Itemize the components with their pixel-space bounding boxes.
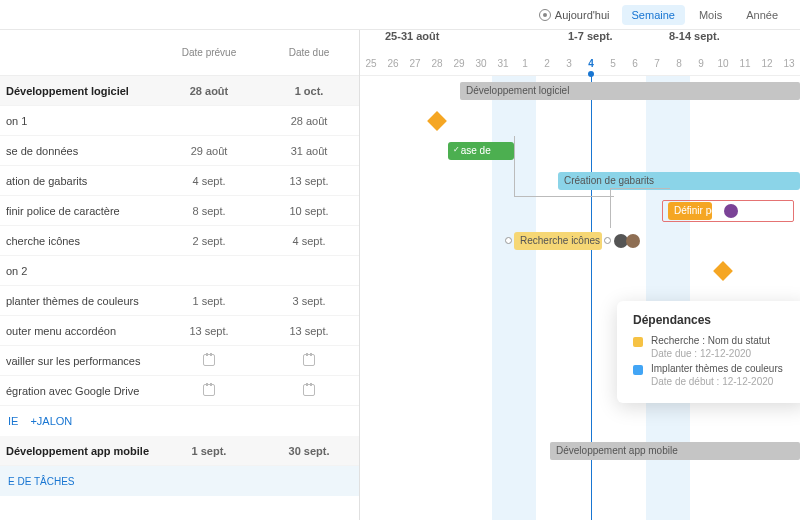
timeline-day-label: 6 [624, 52, 646, 76]
task-name: planter thèmes de couleurs [0, 295, 159, 307]
timeline-day-label: 11 [734, 52, 756, 76]
task-name: égration avec Google Drive [0, 385, 159, 397]
task-list-panel: Date prévue Date due Développement logic… [0, 30, 360, 520]
timeline-day-label: 9 [690, 52, 712, 76]
dependencies-tooltip: DépendancesRecherche : Nom du statutDate… [617, 301, 800, 403]
task-name: Développement app mobile [0, 445, 159, 457]
task-date-due: 1 oct. [259, 85, 359, 97]
task-date-prev [159, 384, 259, 398]
task-date-prev: 1 sept. [159, 445, 259, 457]
task-name: on 2 [0, 265, 159, 277]
timeline-panel: 25-31 août1-7 sept.8-14 sept. 2526272829… [360, 30, 800, 520]
task-date-due: 28 août [259, 115, 359, 127]
range-week-button[interactable]: Semaine [622, 5, 685, 25]
task-date-prev: 28 août [159, 85, 259, 97]
calendar-icon[interactable] [203, 354, 215, 366]
calendar-icon[interactable] [303, 384, 315, 396]
content: Date prévue Date due Développement logic… [0, 30, 800, 520]
group-bar[interactable]: Développement app mobile [550, 442, 800, 460]
timeline-day-label: 3 [558, 52, 580, 76]
task-name: on 1 [0, 115, 159, 127]
tooltip-item-name: Implanter thèmes de couleurs [651, 363, 791, 374]
today-button[interactable]: Aujourd'hui [539, 9, 610, 21]
tooltip-color-swatch [633, 365, 643, 375]
task-date-prev: 1 sept. [159, 295, 259, 307]
timeline-day-label: 26 [382, 52, 404, 76]
avatar[interactable] [724, 204, 738, 218]
task-list-header: Date prévue Date due [0, 30, 359, 76]
today-label: Aujourd'hui [555, 9, 610, 21]
task-date-prev: 8 sept. [159, 205, 259, 217]
add-task-link[interactable]: IE [8, 415, 18, 427]
timeline-day-label: 28 [426, 52, 448, 76]
add-row: IE+JALON [0, 406, 359, 436]
timeline-header: 25-31 août1-7 sept.8-14 sept. 2526272829… [360, 30, 800, 76]
task-row[interactable]: égration avec Google Drive [0, 376, 359, 406]
timeline-day-label: 30 [470, 52, 492, 76]
col-due-header: Date due [259, 47, 359, 58]
task-row[interactable]: finir police de caractère8 sept.10 sept. [0, 196, 359, 226]
task-bar[interactable]: Création de gabarits [558, 172, 800, 190]
tooltip-item-sub: Date de début : 12-12-2020 [651, 376, 791, 387]
task-date-due: 31 août [259, 145, 359, 157]
task-date-due: 30 sept. [259, 445, 359, 457]
calendar-icon[interactable] [203, 384, 215, 396]
timeline-week-label: 8-14 sept. [669, 30, 720, 42]
group-row[interactable]: Développement app mobile1 sept.30 sept. [0, 436, 359, 466]
timeline-day-label: 25 [360, 52, 382, 76]
group-bar[interactable]: Développement logiciel [460, 82, 800, 100]
task-date-prev: 2 sept. [159, 235, 259, 247]
calendar-icon[interactable] [303, 354, 315, 366]
timeline-day-label: 12 [756, 52, 778, 76]
add-milestone-link[interactable]: +JALON [30, 415, 72, 427]
timeline-day-label: 2 [536, 52, 558, 76]
task-bar[interactable]: Recherche icônes [514, 232, 602, 250]
timeline-body[interactable]: Développement logicielBase de✓Création d… [360, 76, 800, 520]
task-name: Développement logiciel [0, 85, 159, 97]
task-name: finir police de caractère [0, 205, 159, 217]
task-date-due: 4 sept. [259, 235, 359, 247]
task-row[interactable]: vailler sur les performances [0, 346, 359, 376]
col-prev-header: Date prévue [159, 47, 259, 58]
task-row[interactable]: se de données29 août31 août [0, 136, 359, 166]
task-name: vailler sur les performances [0, 355, 159, 367]
timeline-day-label: 13 [778, 52, 800, 76]
topbar: Aujourd'hui Semaine Mois Année [0, 0, 800, 30]
avatar[interactable] [626, 234, 640, 248]
task-date-due: 13 sept. [259, 325, 359, 337]
task-date-due [259, 354, 359, 368]
timeline-day-label: 1 [514, 52, 536, 76]
timeline-day-label: 5 [602, 52, 624, 76]
task-row[interactable]: cherche icônes2 sept.4 sept. [0, 226, 359, 256]
tooltip-color-swatch [633, 337, 643, 347]
task-row[interactable]: outer menu accordéon13 sept.13 sept. [0, 316, 359, 346]
milestone-diamond[interactable] [713, 261, 733, 281]
task-row[interactable]: ation de gabarits4 sept.13 sept. [0, 166, 359, 196]
task-row[interactable]: on 128 août [0, 106, 359, 136]
tooltip-item-sub: Date due : 12-12-2020 [651, 348, 791, 359]
drag-handle[interactable] [505, 237, 512, 244]
task-date-due [259, 384, 359, 398]
timeline-day-label: 27 [404, 52, 426, 76]
range-year-button[interactable]: Année [736, 5, 788, 25]
timeline-day-label: 10 [712, 52, 734, 76]
timeline-week-label: 25-31 août [385, 30, 439, 42]
task-row[interactable]: on 2 [0, 256, 359, 286]
task-date-prev: 4 sept. [159, 175, 259, 187]
task-date-due: 10 sept. [259, 205, 359, 217]
range-month-button[interactable]: Mois [689, 5, 732, 25]
task-group-footer[interactable]: E DE TÂCHES [0, 466, 359, 496]
timeline-day-label: 29 [448, 52, 470, 76]
task-date-due: 3 sept. [259, 295, 359, 307]
check-icon: ✓ [451, 145, 461, 155]
task-name: ation de gabarits [0, 175, 159, 187]
drag-handle[interactable] [604, 237, 611, 244]
task-date-prev: 13 sept. [159, 325, 259, 337]
group-row[interactable]: Développement logiciel28 août1 oct. [0, 76, 359, 106]
milestone-diamond[interactable] [427, 111, 447, 131]
tooltip-item-name: Recherche : Nom du statut [651, 335, 791, 346]
task-date-due: 13 sept. [259, 175, 359, 187]
task-row[interactable]: planter thèmes de couleurs1 sept.3 sept. [0, 286, 359, 316]
timeline-day-label: 7 [646, 52, 668, 76]
task-name: outer menu accordéon [0, 325, 159, 337]
